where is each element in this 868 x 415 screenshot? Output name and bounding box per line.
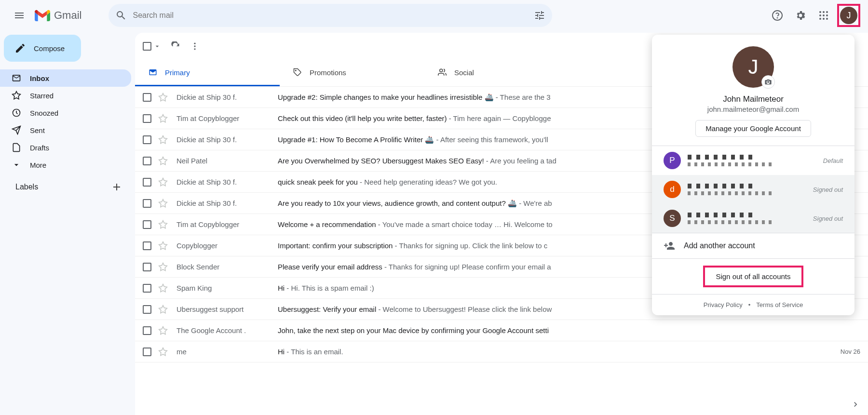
account-status: Signed out (813, 215, 843, 222)
labels-heading-row: Labels (4, 174, 131, 197)
mail-row[interactable]: meHi - This is an email.Nov 26 (135, 341, 868, 362)
svg-point-16 (440, 69, 443, 72)
star-button[interactable] (158, 326, 168, 335)
star-button[interactable] (158, 156, 168, 166)
sidebar: Compose InboxStarredSnoozedSentDraftsMor… (0, 31, 135, 415)
help-button[interactable] (768, 6, 787, 25)
account-row[interactable]: PDefault (652, 146, 854, 175)
compose-button[interactable]: Compose (4, 35, 81, 62)
sidebar-item-label: Inbox (30, 74, 49, 82)
sidebar-item-drafts[interactable]: Drafts (0, 139, 131, 156)
mail-checkbox[interactable] (143, 157, 151, 165)
sidebar-item-more[interactable]: More (0, 156, 131, 174)
mail-checkbox[interactable] (143, 199, 151, 208)
popup-avatar[interactable]: J (732, 46, 774, 88)
mail-sender: Dickie at Ship 30 f. (176, 93, 278, 101)
more-button[interactable] (190, 41, 200, 51)
star-button[interactable] (158, 177, 168, 187)
person-add-icon (664, 240, 675, 252)
sidebar-item-inbox[interactable]: Inbox (0, 69, 131, 87)
popup-account-name: John Mailmeteor (652, 94, 854, 104)
mail-checkbox[interactable] (143, 305, 151, 314)
select-all-checkbox[interactable] (143, 42, 161, 51)
mail-sender: Tim at Copyblogger (176, 114, 278, 122)
footer-dot: • (748, 301, 751, 308)
add-account-label: Add another account (684, 241, 755, 250)
next-page-button[interactable] (848, 397, 863, 412)
svg-point-4 (826, 11, 828, 13)
star-button[interactable] (158, 199, 168, 208)
sidebar-item-snoozed[interactable]: Snoozed (0, 104, 131, 121)
more-icon (12, 160, 21, 170)
help-icon (772, 10, 783, 21)
mail-checkbox[interactable] (143, 114, 151, 123)
star-button[interactable] (158, 135, 168, 145)
tune-icon[interactable] (534, 10, 545, 21)
gmail-logo[interactable]: Gmail (35, 9, 81, 22)
account-avatar-button[interactable]: J (840, 7, 857, 24)
sidebar-item-label: More (30, 161, 46, 169)
hamburger-icon (14, 10, 25, 21)
sidebar-item-starred[interactable]: Starred (0, 87, 131, 104)
account-row[interactable]: dSigned out (652, 175, 854, 204)
brand-text: Gmail (54, 9, 81, 22)
starred-icon (12, 91, 21, 100)
account-popup: J John Mailmeteor john.mailmeteor@gmail.… (652, 35, 854, 315)
search-input[interactable] (127, 11, 534, 20)
add-account-button[interactable]: Add another account (652, 233, 854, 258)
svg-point-7 (826, 14, 828, 16)
mail-sender: Copyblogger (176, 241, 278, 250)
mail-checkbox[interactable] (143, 348, 151, 356)
star-button[interactable] (158, 93, 168, 102)
star-button[interactable] (158, 241, 168, 251)
mail-checkbox[interactable] (143, 326, 151, 335)
star-button[interactable] (158, 114, 168, 123)
tab-primary[interactable]: Primary (135, 60, 280, 86)
star-button[interactable] (158, 305, 168, 314)
main-panel: PrimaryPromotionsSocial Dickie at Ship 3… (135, 33, 868, 415)
svg-point-13 (194, 45, 195, 47)
mail-checkbox[interactable] (143, 241, 151, 250)
mail-sender: Spam King (176, 284, 278, 292)
settings-button[interactable] (791, 6, 810, 25)
tab-social[interactable]: Social (424, 60, 569, 86)
mail-sender: Block Sender (176, 263, 278, 271)
apps-button[interactable] (814, 6, 833, 25)
mail-row[interactable]: The Google Account .John, take the next … (135, 320, 868, 341)
account-avatar-highlight: J (837, 4, 860, 27)
search-icon (115, 10, 127, 21)
privacy-policy-link[interactable]: Privacy Policy (704, 301, 743, 308)
star-button[interactable] (158, 283, 168, 293)
mail-sender: Tim at Copyblogger (176, 220, 278, 228)
gear-icon (795, 10, 806, 21)
main-menu-button[interactable] (8, 4, 31, 27)
search-bar[interactable] (108, 4, 552, 27)
account-info-redacted (688, 213, 806, 224)
terms-link[interactable]: Terms of Service (756, 301, 803, 308)
account-avatar: d (664, 181, 681, 198)
mail-checkbox[interactable] (143, 284, 151, 293)
mail-sender: Dickie at Ship 30 f. (176, 135, 278, 144)
tab-promotions[interactable]: Promotions (280, 60, 424, 86)
signout-all-button[interactable]: Sign out of all accounts (703, 266, 803, 287)
sidebar-item-sent[interactable]: Sent (0, 121, 131, 139)
manage-account-button[interactable]: Manage your Google Account (695, 120, 811, 137)
change-photo-button[interactable] (761, 75, 775, 89)
star-button[interactable] (158, 262, 168, 272)
mail-date: Nov 26 (822, 348, 860, 355)
labels-heading: Labels (15, 183, 38, 191)
mail-checkbox[interactable] (143, 263, 151, 271)
mail-checkbox[interactable] (143, 220, 151, 229)
mail-checkbox[interactable] (143, 135, 151, 144)
account-info-redacted (688, 184, 806, 195)
star-button[interactable] (158, 220, 168, 229)
add-label-button[interactable] (111, 181, 122, 193)
mail-checkbox[interactable] (143, 178, 151, 187)
svg-point-8 (819, 18, 821, 20)
refresh-button[interactable] (171, 41, 180, 51)
account-status: Signed out (813, 186, 843, 193)
tab-label: Promotions (310, 68, 346, 77)
mail-checkbox[interactable] (143, 93, 151, 102)
account-row[interactable]: SSigned out (652, 204, 854, 233)
star-button[interactable] (158, 347, 168, 357)
